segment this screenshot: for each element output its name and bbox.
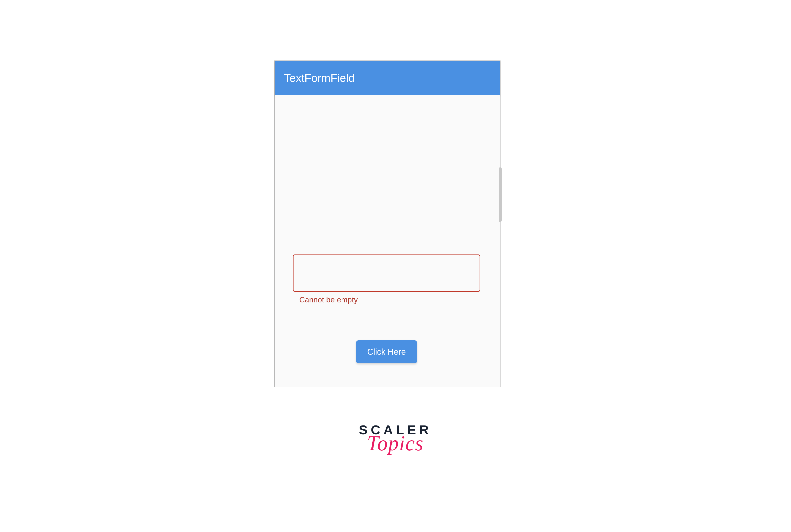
app-bar-title: TextFormField [284, 72, 355, 84]
text-input[interactable] [293, 254, 480, 292]
brand-logo: SCALER Topics [351, 423, 440, 453]
brand-logo-line2: Topics [351, 435, 440, 453]
app-body: Cannot be empty Click Here [275, 95, 500, 387]
app-bar: TextFormField [275, 61, 500, 95]
validation-error-text: Cannot be empty [299, 296, 480, 304]
text-form-field: Cannot be empty [293, 254, 480, 304]
click-here-button[interactable]: Click Here [356, 340, 417, 363]
device-frame: TextFormField Cannot be empty Click Here [274, 60, 501, 387]
scrollbar-handle[interactable] [499, 167, 502, 222]
